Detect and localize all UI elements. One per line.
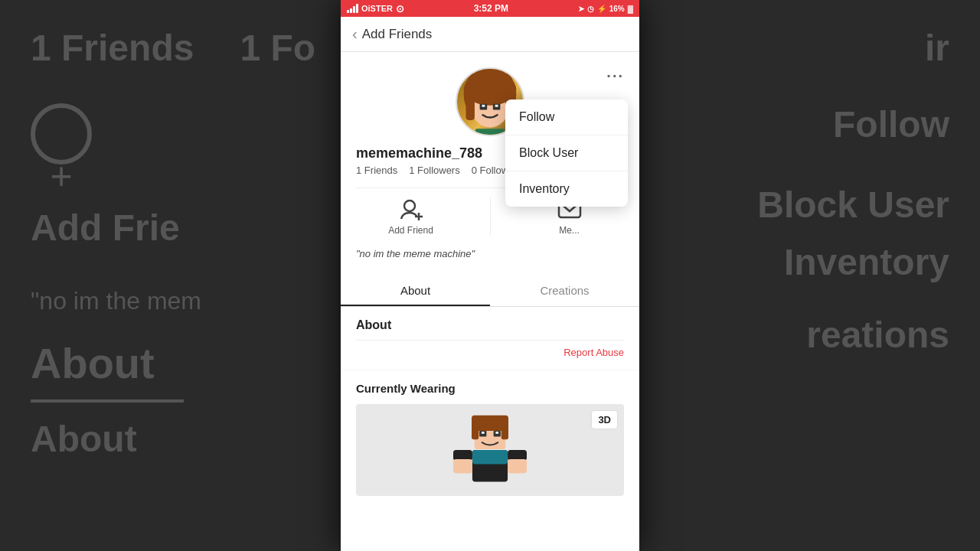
alarm-icon: ◷ (587, 5, 594, 13)
svg-rect-26 (453, 459, 472, 473)
back-chevron-icon: ‹ (352, 25, 358, 43)
svg-rect-19 (501, 419, 508, 439)
add-friend-button[interactable]: Add Friend (381, 197, 442, 236)
svg-rect-8 (495, 105, 498, 107)
svg-rect-18 (472, 419, 479, 439)
battery-icon: ▓ (628, 5, 633, 13)
bg-block-user: Block User (757, 184, 949, 225)
message-label: Me... (559, 225, 580, 236)
bio-text: "no im the meme machine" (356, 242, 624, 263)
signal-bar-1 (347, 10, 349, 13)
phone-screen: OiSTER ⊙ 3:52 PM ➤ ◷ ⚡ 16% ▓ ‹ Add Frien… (341, 0, 639, 551)
dropdown-follow[interactable]: Follow (505, 99, 628, 135)
nav-title: Add Friends (362, 27, 433, 42)
add-friend-icon (399, 197, 423, 222)
svg-rect-9 (475, 129, 505, 135)
back-button[interactable]: ‹ Add Friends (352, 25, 432, 43)
bg-bio-partial: "no im the mem (31, 287, 201, 315)
bg-inventory: Inventory (784, 242, 949, 282)
tab-about[interactable]: About (341, 275, 490, 306)
divider (490, 197, 491, 236)
svg-rect-22 (482, 432, 485, 434)
bg-ir: ir (925, 27, 949, 69)
add-friend-label: Add Friend (388, 225, 433, 236)
content-area: About Report Abuse Currently Wearing (341, 307, 639, 496)
signal-bar-2 (350, 8, 352, 13)
tabs-container: About Creations (341, 275, 639, 307)
status-right: ➤ ◷ ⚡ 16% ▓ (578, 5, 633, 13)
more-button[interactable]: ··· (606, 67, 624, 85)
nav-bar: ‹ Add Friends (341, 17, 639, 52)
signal-bar-3 (353, 6, 355, 13)
bg-add-friend-label: Add Frie (31, 207, 180, 249)
currently-wearing-section: Currently Wearing (341, 370, 639, 496)
bg-follow: Follow (833, 103, 949, 145)
character-body-svg (444, 404, 536, 496)
status-time: 3:52 PM (474, 3, 508, 14)
bg-right: ir Follow Block User Inventory reations (635, 0, 980, 551)
bg-left: 1 Friends 1 Fo + Add Frie "no im the mem… (0, 0, 345, 551)
svg-rect-24 (453, 450, 472, 461)
svg-rect-7 (482, 105, 485, 107)
three-d-button[interactable]: 3D (591, 410, 618, 429)
wifi-icon: ⊙ (396, 3, 404, 15)
svg-rect-3 (466, 94, 474, 119)
carrier-name: OiSTER (361, 4, 393, 13)
dropdown-menu: Follow Block User Inventory (505, 99, 628, 207)
svg-point-10 (404, 201, 415, 211)
currently-wearing-title: Currently Wearing (356, 382, 624, 395)
about-title: About (356, 318, 624, 332)
dropdown-block-user[interactable]: Block User (505, 135, 628, 171)
svg-rect-25 (508, 450, 527, 461)
signal-bars (347, 4, 358, 13)
bg-creations: reations (806, 315, 949, 355)
bluetooth-icon: ⚡ (597, 5, 606, 13)
about-section: About Report Abuse (341, 307, 639, 370)
svg-rect-15 (472, 450, 508, 464)
location-icon: ➤ (578, 5, 584, 13)
tab-creations[interactable]: Creations (490, 275, 639, 306)
bg-about-large: About (31, 339, 155, 387)
bg-friends-count: 1 Friends (31, 27, 194, 69)
about-divider (356, 340, 624, 341)
signal-bar-4 (356, 4, 358, 13)
dropdown-inventory[interactable]: Inventory (505, 171, 628, 207)
followers-stat: 1 Followers (409, 165, 459, 176)
battery-level: 16% (609, 5, 625, 13)
character-preview: 3D (356, 404, 624, 496)
bg-about-bottom: About (31, 419, 137, 459)
bg-followers-partial: 1 Fo (240, 27, 315, 69)
svg-rect-27 (508, 459, 527, 473)
status-left: OiSTER ⊙ (347, 3, 404, 15)
status-bar: OiSTER ⊙ 3:52 PM ➤ ◷ ⚡ 16% ▓ (341, 0, 639, 17)
report-abuse-link[interactable]: Report Abuse (356, 347, 624, 358)
friends-stat: 1 Friends (356, 165, 397, 176)
svg-rect-23 (495, 432, 498, 434)
